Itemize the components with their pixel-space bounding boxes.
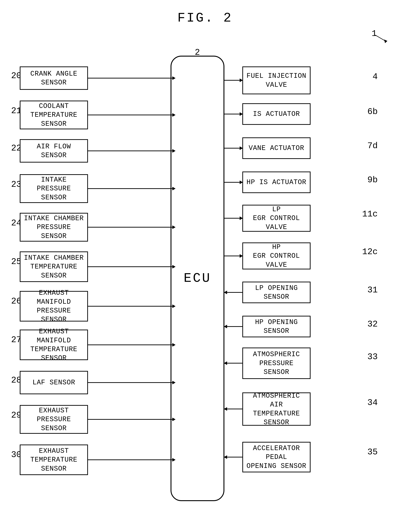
ref-33: 33 (367, 352, 378, 362)
sensor-intake-chamber-temp: INTAKE CHAMBERTEMPERATURE SENSOR (20, 251, 88, 282)
sensor-hp-opening: HP OPENING SENSOR (242, 316, 311, 337)
ref-32: 32 (367, 319, 378, 329)
ref-2: 2 (195, 48, 200, 57)
svg-line-44 (375, 35, 386, 41)
sensor-lp-opening: LP OPENING SENSOR (242, 282, 311, 303)
actuator-hp-egr: HPEGR CONTROL VALVE (242, 242, 311, 269)
actuator-hp-is: HP IS ACTUATOR (242, 171, 311, 193)
actuator-fuel-injection: FUEL INJECTIONVALVE (242, 66, 311, 94)
sensor-exhaust-temp: EXHAUST TEMPERATURESENSOR (20, 445, 88, 475)
ref-4: 4 (373, 72, 378, 82)
sensor-coolant-temp: COOLANT TEMPERATURESENSOR (20, 101, 88, 129)
sensor-crank-angle: CRANK ANGLE SENSOR (20, 66, 88, 90)
svg-marker-45 (384, 39, 387, 43)
ref-34: 34 (367, 398, 378, 408)
sensor-exhaust-manifold-temp: EXHAUST MANIFOLDTEMPERATURE SENSOR (20, 330, 88, 360)
sensor-atmospheric-pressure: ATMOSPHERICPRESSURESENSOR (242, 348, 311, 379)
sensor-intake-pressure: INTAKE PRESSURESENSOR (20, 174, 88, 203)
sensor-exhaust-pressure: EXHAUST PRESSURESENSOR (20, 405, 88, 434)
ref-12c: 12c (362, 247, 378, 257)
actuator-vane: VANE ACTUATOR (242, 137, 311, 159)
ecu-box: ECU (170, 56, 224, 501)
sensor-atmospheric-air-temp: ATMOSPHERIC AIRTEMPERATURESENSOR (242, 392, 311, 426)
sensor-intake-chamber-pressure: INTAKE CHAMBERPRESSURE SENSOR (20, 213, 88, 242)
actuator-is: IS ACTUATOR (242, 103, 311, 125)
ref-1: 1 (372, 29, 377, 38)
sensor-exhaust-manifold-pressure: EXHAUST MANIFOLDPRESSURE SENSOR (20, 291, 88, 322)
figure-title: FIG. 2 (177, 11, 233, 26)
ref-11c: 11c (362, 209, 378, 219)
diagram-container: FIG. 2 1 ECU 2 20 CRANK ANGLE SENSOR 21 … (0, 0, 410, 532)
actuator-lp-egr: LPEGR CONTROL VALVE (242, 205, 311, 232)
ecu-label: ECU (184, 271, 211, 286)
ref-35: 35 (367, 447, 378, 457)
ref-9b: 9b (367, 175, 378, 185)
sensor-accelerator-pedal: ACCELERATOR PEDALOPENING SENSOR (242, 442, 311, 472)
ref-31: 31 (367, 285, 378, 295)
sensor-air-flow: AIR FLOW SENSOR (20, 139, 88, 162)
ref-6b: 6b (367, 107, 378, 117)
sensor-laf: LAF SENSOR (20, 371, 88, 394)
ref-7d: 7d (367, 141, 378, 151)
